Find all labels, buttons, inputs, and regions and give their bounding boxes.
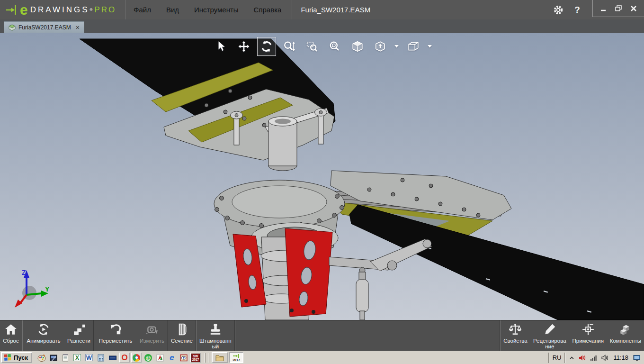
show-desktop-icon[interactable] — [633, 354, 641, 362]
view-toolbar — [212, 37, 433, 56]
logo-e: e — [20, 4, 28, 16]
internet-explorer-launcher[interactable]: e — [167, 353, 177, 363]
paint-icon — [37, 354, 46, 362]
mail-agent-launcher[interactable]: @ — [143, 353, 153, 363]
restore-icon — [615, 5, 622, 11]
volume-muted-icon[interactable] — [578, 354, 586, 362]
tool-view-orientation[interactable] — [371, 37, 390, 56]
quick-launch: X W O — [36, 353, 201, 363]
bottom-toolbar: Сброс Анимировать Разнести — [0, 320, 644, 351]
excel-launcher[interactable]: X — [72, 353, 82, 363]
tool-zoom-window[interactable] — [303, 37, 322, 56]
movie-maker-icon — [49, 354, 58, 362]
swashplate-bracket-right — [285, 228, 332, 317]
move-button[interactable]: Переместить — [94, 320, 137, 351]
folder-window-button[interactable] — [212, 352, 228, 363]
restore-button[interactable] — [611, 0, 626, 17]
tool-zoom[interactable] — [280, 37, 299, 56]
help-button[interactable]: ? — [568, 0, 587, 19]
tray-divider — [548, 353, 549, 363]
titlebar: e DRAWINGS ® PRO Файл Вид Инструменты Сп… — [0, 0, 644, 19]
close-icon — [630, 5, 637, 12]
calculator-icon — [97, 354, 105, 362]
triad-z-label: Z — [22, 269, 26, 276]
tool-shaded-view[interactable] — [348, 37, 367, 56]
pan-icon — [238, 40, 250, 53]
chevron-down-icon — [428, 45, 432, 48]
start-button[interactable]: Пуск — [1, 352, 32, 363]
document-tab[interactable]: FuriaSW2017.EASM × — [4, 21, 84, 33]
keyboard-launcher[interactable] — [107, 353, 118, 363]
folder-icon — [215, 354, 224, 362]
settings-button[interactable] — [549, 0, 568, 19]
signal-strength-icon[interactable] — [590, 354, 598, 362]
tool-rotate[interactable] — [257, 37, 276, 56]
triad-y-label: Y — [45, 285, 50, 293]
volume-icon[interactable] — [601, 354, 609, 362]
opera-launcher[interactable]: O — [119, 353, 130, 363]
notepad-launcher[interactable] — [60, 353, 71, 363]
measure-icon — [145, 323, 159, 336]
explode-button[interactable]: Разнести — [64, 320, 93, 351]
calculator-launcher[interactable] — [96, 353, 106, 363]
annotation-target-icon — [581, 323, 595, 336]
paint-launcher[interactable] — [36, 353, 47, 363]
display-style-dropdown[interactable] — [427, 37, 433, 56]
windows-flag-icon — [4, 354, 12, 362]
chrome-icon — [133, 354, 140, 362]
menu-view[interactable]: Вид — [159, 0, 187, 19]
edrawings-arrow-icon — [6, 4, 18, 16]
model-canvas[interactable]: Z Y — [0, 33, 644, 320]
stamp-icon — [209, 323, 222, 336]
word-icon: W — [85, 354, 93, 361]
tool-select[interactable] — [212, 37, 231, 56]
system-tray: RU 11:18 — [546, 352, 643, 364]
gear-icon — [553, 4, 564, 16]
opera-icon: O — [121, 353, 127, 363]
menu-help[interactable]: Справка — [246, 0, 289, 19]
minimize-button[interactable] — [596, 0, 611, 17]
tab-close-icon[interactable]: × — [76, 25, 80, 30]
edrawings-window-button[interactable]: 2017 — [229, 352, 243, 363]
excel-icon: X — [73, 354, 81, 361]
tab-label: FuriaSW2017.EASM — [18, 24, 71, 31]
close-button[interactable] — [626, 0, 641, 17]
chrome-launcher[interactable] — [131, 353, 142, 363]
stamp-button[interactable]: Штампованный — [197, 320, 234, 351]
language-indicator[interactable]: RU — [553, 354, 562, 361]
movie-maker-launcher[interactable] — [48, 353, 59, 363]
tool-zoom-fit[interactable] — [325, 37, 344, 56]
notepad-icon — [61, 354, 70, 362]
internet-explorer-icon: e — [170, 353, 174, 363]
review-button[interactable]: Рецензирование — [530, 320, 569, 351]
animate-icon — [37, 323, 50, 336]
word-launcher[interactable]: W — [84, 353, 94, 363]
home-icon — [4, 323, 18, 336]
move-component-icon — [109, 323, 122, 336]
clock[interactable]: 11:18 — [613, 354, 628, 361]
components-button[interactable]: Компоненты — [607, 320, 644, 351]
select-icon — [215, 40, 227, 53]
rotate-icon — [260, 40, 273, 53]
image-viewer-launcher[interactable] — [179, 353, 189, 363]
tool-pan[interactable] — [234, 37, 253, 56]
hidden-icons-chevron-icon[interactable] — [569, 355, 575, 361]
annotations-button[interactable]: Примечания — [569, 320, 607, 351]
scales-icon — [509, 323, 522, 336]
section-button[interactable]: Сечение — [168, 320, 196, 351]
document-title: Furia_SW2017.EASM — [292, 0, 379, 19]
tool-display-style[interactable] — [404, 37, 423, 56]
wireframe-cube-icon — [407, 40, 420, 53]
tray-divider — [564, 353, 565, 363]
keyboard-icon — [108, 354, 117, 362]
taskbar-divider — [208, 353, 209, 363]
toolbar-separator — [234, 320, 235, 351]
reset-button[interactable]: Сброс — [0, 320, 22, 351]
animate-button[interactable]: Анимировать — [23, 320, 64, 351]
solidworks-launcher[interactable]: SW 2017 — [190, 353, 201, 363]
properties-button[interactable]: Свойства — [501, 320, 530, 351]
menu-tools[interactable]: Инструменты — [187, 0, 246, 19]
media-player-launcher[interactable] — [155, 353, 165, 363]
menu-file[interactable]: Файл — [126, 0, 159, 19]
view-orientation-dropdown[interactable] — [394, 37, 400, 56]
